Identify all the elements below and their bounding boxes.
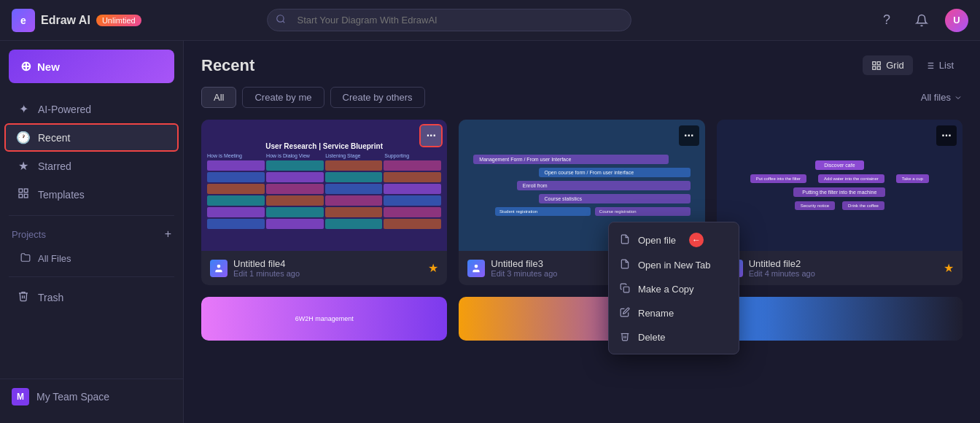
filter-tab-bar: All Create by me Create by others All fi… bbox=[201, 87, 962, 108]
main-content: Recent Grid List All Create by me Create… bbox=[184, 41, 980, 423]
context-menu-delete[interactable]: Delete bbox=[609, 325, 739, 349]
context-menu-open-new-tab[interactable]: Open in New Tab bbox=[609, 253, 739, 277]
user-avatar[interactable]: U bbox=[945, 9, 968, 32]
sidebar-bottom: M My Team Space bbox=[0, 379, 183, 414]
file-info-1: Untitled file4 Edit 1 minutes ago ★ bbox=[201, 251, 447, 285]
file-thumbnail-6 bbox=[717, 297, 962, 341]
thumbnail-bg-3: Discover cafe Put coffee into the filter… bbox=[717, 120, 962, 251]
grid-view-button[interactable]: Grid bbox=[863, 55, 913, 75]
logo-area: e Edraw AI Unlimtied bbox=[12, 9, 141, 32]
sidebar: ⊕ New ✦ AI-Powered 🕐 Recent ★ Starred Te… bbox=[0, 41, 184, 423]
file-details-1: Untitled file4 Edit 1 minutes ago bbox=[233, 258, 422, 278]
header-actions: ? U bbox=[875, 9, 968, 32]
star-icon: ★ bbox=[16, 159, 31, 173]
sidebar-divider bbox=[9, 215, 174, 216]
context-menu-open-file[interactable]: Open file ← bbox=[609, 227, 739, 253]
ai-powered-icon: ✦ bbox=[16, 102, 31, 116]
file-name-3: Untitled file2 bbox=[749, 258, 938, 269]
delete-icon bbox=[619, 331, 631, 344]
svg-rect-7 bbox=[877, 66, 880, 69]
svg-rect-4 bbox=[19, 194, 23, 198]
projects-section: Projects + bbox=[0, 222, 183, 247]
folder-icon bbox=[20, 252, 31, 265]
sidebar-item-ai-powered[interactable]: ✦ AI-Powered bbox=[4, 95, 179, 123]
filter-create-by-others-tab[interactable]: Create by others bbox=[330, 87, 425, 108]
sidebar-item-templates[interactable]: Templates bbox=[4, 180, 179, 209]
file-thumbnail-4: 6W2H management bbox=[201, 297, 447, 341]
sidebar-item-team-space[interactable]: M My Team Space bbox=[0, 379, 183, 414]
thumbnail-bg-1: User Research | Service Blueprint How is… bbox=[201, 120, 447, 251]
plan-badge: Unlimtied bbox=[96, 15, 141, 26]
open-new-tab-icon bbox=[619, 259, 631, 271]
rename-icon bbox=[619, 307, 631, 319]
svg-point-0 bbox=[277, 15, 284, 21]
notification-icon[interactable] bbox=[910, 9, 933, 32]
file-name-1: Untitled file4 bbox=[233, 258, 422, 269]
list-view-button[interactable]: List bbox=[916, 55, 962, 75]
recent-icon: 🕐 bbox=[16, 131, 31, 144]
svg-rect-5 bbox=[873, 61, 876, 64]
help-icon[interactable]: ? bbox=[875, 9, 898, 32]
file-thumbnail-3: Discover cafe Put coffee into the filter… bbox=[717, 120, 962, 251]
svg-point-16 bbox=[475, 264, 478, 268]
context-menu-rename[interactable]: Rename bbox=[609, 301, 739, 325]
svg-point-15 bbox=[217, 264, 221, 268]
plus-icon: ⊕ bbox=[20, 58, 31, 74]
svg-rect-6 bbox=[877, 61, 880, 64]
file-card-3[interactable]: Discover cafe Put coffee into the filter… bbox=[717, 120, 962, 285]
sidebar-divider-2 bbox=[9, 276, 174, 277]
search-icon bbox=[276, 14, 286, 27]
context-menu-make-copy[interactable]: Make a Copy bbox=[609, 277, 739, 301]
app-name: Edraw AI bbox=[41, 14, 90, 27]
filter-tab-group: All Create by me Create by others bbox=[201, 87, 425, 108]
svg-rect-3 bbox=[24, 194, 28, 198]
view-toggle-group: Grid List bbox=[863, 55, 962, 75]
team-space-icon: M bbox=[12, 388, 29, 405]
filter-all-tab[interactable]: All bbox=[201, 87, 236, 108]
svg-rect-18 bbox=[623, 287, 629, 292]
file-time-1: Edit 1 minutes ago bbox=[233, 269, 422, 278]
file-time-3: Edit 4 minutes ago bbox=[749, 269, 938, 278]
file-card-6[interactable] bbox=[717, 297, 962, 341]
open-file-arrow: ← bbox=[689, 233, 704, 247]
sidebar-item-trash[interactable]: Trash bbox=[4, 283, 179, 312]
main-layout: ⊕ New ✦ AI-Powered 🕐 Recent ★ Starred Te… bbox=[0, 41, 980, 423]
templates-icon bbox=[16, 187, 31, 202]
file-avatar-2 bbox=[467, 260, 485, 277]
app-header: e Edraw AI Unlimtied ? U bbox=[0, 0, 980, 41]
make-copy-icon bbox=[619, 283, 631, 295]
logo-icon: e bbox=[12, 9, 35, 32]
add-project-button[interactable]: + bbox=[165, 228, 171, 241]
file-card-4[interactable]: 6W2H management bbox=[201, 297, 447, 341]
open-file-icon bbox=[619, 234, 631, 247]
file-grid-bottom: 6W2H management bbox=[201, 297, 962, 341]
sidebar-item-starred[interactable]: ★ Starred bbox=[4, 152, 179, 180]
new-button[interactable]: ⊕ New bbox=[9, 50, 174, 83]
page-title: Recent bbox=[201, 56, 254, 75]
context-menu: Open file ← Open in New Tab Make a Copy bbox=[608, 222, 739, 354]
file-more-button-3[interactable]: ··· bbox=[936, 125, 957, 146]
svg-rect-2 bbox=[24, 189, 28, 193]
file-avatar-1 bbox=[210, 260, 228, 277]
file-thumbnail-1: User Research | Service Blueprint How is… bbox=[201, 120, 447, 251]
sidebar-item-recent[interactable]: 🕐 Recent bbox=[4, 123, 179, 152]
trash-icon bbox=[16, 290, 31, 305]
svg-rect-8 bbox=[873, 66, 876, 69]
search-bar bbox=[267, 9, 631, 31]
file-more-button-1[interactable]: ··· bbox=[421, 125, 441, 146]
search-input[interactable] bbox=[267, 9, 631, 31]
sidebar-item-all-files[interactable]: All Files bbox=[0, 247, 183, 271]
file-grid: User Research | Service Blueprint How is… bbox=[201, 120, 962, 285]
content-header: Recent Grid List bbox=[201, 55, 962, 75]
file-details-3: Untitled file2 Edit 4 minutes ago bbox=[749, 258, 938, 278]
star-button-3[interactable]: ★ bbox=[944, 261, 954, 275]
file-more-button-2[interactable]: ··· bbox=[679, 125, 699, 146]
svg-rect-1 bbox=[19, 189, 23, 193]
filter-create-by-me-tab[interactable]: Create by me bbox=[242, 87, 324, 108]
all-files-filter[interactable]: All files bbox=[921, 92, 962, 103]
star-button-1[interactable]: ★ bbox=[428, 261, 438, 275]
file-card-1[interactable]: User Research | Service Blueprint How is… bbox=[201, 120, 447, 285]
file-info-3: Untitled file2 Edit 4 minutes ago ★ bbox=[717, 251, 962, 285]
